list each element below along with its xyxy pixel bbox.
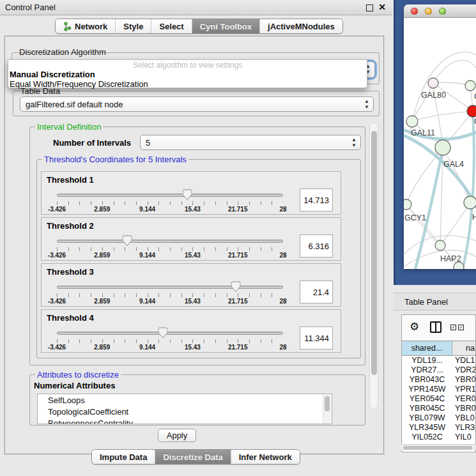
close-icon[interactable]: ✕ bbox=[378, 2, 386, 12]
cell-shared-name[interactable]: YDR27... bbox=[402, 365, 452, 375]
cell-name[interactable]: YBL0 bbox=[452, 413, 475, 423]
list-scrollbar[interactable] bbox=[323, 395, 331, 424]
slider-handle[interactable] bbox=[158, 327, 168, 339]
threshold-value-field[interactable]: 21.4 bbox=[300, 280, 333, 303]
list-item[interactable]: SelfLoops bbox=[38, 394, 332, 406]
cell-shared-name[interactable]: YPR145W bbox=[402, 385, 452, 394]
cell-shared-name[interactable]: YBL079W bbox=[402, 413, 452, 423]
cell-name[interactable]: YDR2 bbox=[452, 365, 475, 375]
tab-discretize-data[interactable]: Discretize Data bbox=[155, 450, 230, 464]
cell-name[interactable]: YPR1 bbox=[452, 385, 475, 394]
slider-track[interactable] bbox=[57, 194, 283, 197]
column-header-shared-name[interactable]: shared... bbox=[402, 341, 452, 355]
table-row[interactable]: YBR043CYBR0 bbox=[402, 375, 475, 385]
tab-infer-network[interactable]: Infer Network bbox=[231, 450, 300, 464]
split-columns-icon[interactable] bbox=[430, 321, 441, 333]
cell-name[interactable]: YBR0 bbox=[452, 375, 475, 385]
table-row[interactable]: YIL052CYIL0 bbox=[402, 433, 475, 442]
threshold-slider[interactable]: -3.426 2.859 9.144 15.43 21.715 28 bbox=[57, 190, 283, 214]
slider-handle[interactable] bbox=[183, 189, 192, 201]
cell-name[interactable]: YBR0 bbox=[452, 404, 475, 413]
table-row[interactable]: YDR27...YDR2 bbox=[402, 365, 475, 375]
cell-shared-name[interactable]: YLR345W bbox=[402, 423, 452, 433]
table-row[interactable]: YLR345WYLR3 bbox=[402, 423, 475, 433]
tab-select[interactable]: Select bbox=[151, 19, 191, 33]
dropdown-option-manual[interactable]: Manual Discretization bbox=[8, 69, 367, 79]
table-row[interactable]: YBR045CYBR0 bbox=[402, 404, 475, 413]
slider-track[interactable] bbox=[57, 332, 283, 335]
slider-track[interactable] bbox=[57, 286, 283, 289]
node-gal11 bbox=[406, 116, 418, 127]
tick-label: 2.859 bbox=[94, 206, 110, 213]
checkbox-checked-icon[interactable]: ✓ bbox=[458, 325, 464, 330]
table-row[interactable]: YPR145WYPR1 bbox=[402, 385, 475, 394]
tab-style[interactable]: Style bbox=[115, 19, 151, 33]
slider-tick-labels: -3.426 2.859 9.144 15.43 21.715 28 bbox=[57, 344, 283, 351]
list-item[interactable]: BetweennessCentrality bbox=[38, 417, 332, 424]
settings-scrollbar[interactable] bbox=[369, 123, 378, 409]
tab-impute-data[interactable]: Impute Data bbox=[92, 450, 155, 464]
tab-network[interactable]: Network bbox=[56, 19, 115, 33]
gear-icon[interactable]: ⚙ bbox=[410, 321, 419, 332]
cell-shared-name[interactable]: YIL052C bbox=[402, 433, 452, 442]
column-header-name[interactable]: na bbox=[452, 341, 475, 355]
tab-cyni-toolbox[interactable]: Cyni Toolbox bbox=[192, 19, 259, 33]
slider-tick-marks bbox=[57, 201, 283, 205]
numerical-attributes-list[interactable]: SelfLoopsTopologicalCoefficientBetweenne… bbox=[37, 394, 332, 424]
scrollbar-thumb[interactable] bbox=[325, 396, 330, 411]
table-horizontal-scrollbar[interactable] bbox=[401, 444, 476, 450]
apply-button[interactable]: Apply bbox=[158, 429, 196, 442]
combo-value: galFiltered.sif default node bbox=[26, 100, 123, 109]
threshold-panel: Threshold 3 -3.426 2.859 9.144 15.43 21.… bbox=[41, 263, 341, 307]
dropdown-hint: Select algorithm to view settings bbox=[8, 61, 367, 69]
cell-name[interactable]: YER0 bbox=[452, 394, 475, 404]
scrollbar-thumb[interactable] bbox=[371, 131, 377, 375]
tab-jactivemnodules[interactable]: jActiveMNodules bbox=[259, 19, 342, 33]
node-label: GCY1 bbox=[404, 213, 426, 222]
cell-name[interactable]: YLR3 bbox=[452, 423, 475, 433]
network-canvas[interactable]: GAL80 G C GAL11 GAL4 GCY1 H HAP2 bbox=[404, 18, 476, 269]
scrollbar-thumb[interactable] bbox=[403, 446, 472, 450]
zoom-traffic-light-icon[interactable] bbox=[439, 8, 446, 15]
slider-handle[interactable] bbox=[231, 281, 240, 293]
close-traffic-light-icon[interactable] bbox=[411, 8, 418, 15]
node-table-body: YDL19...YDL1YDR27...YDR2YBR043CYBR0YPR14… bbox=[402, 356, 475, 442]
cell-name[interactable]: YDL1 bbox=[452, 356, 475, 365]
tick-label: -3.426 bbox=[48, 206, 66, 213]
list-item[interactable]: TopologicalCoefficient bbox=[38, 406, 332, 417]
threshold-slider[interactable]: -3.426 2.859 9.144 15.43 21.715 28 bbox=[57, 282, 283, 306]
dropdown-option-equal-width[interactable]: Equal Width/Frequency Discretization bbox=[8, 79, 367, 88]
cell-shared-name[interactable]: YBR045C bbox=[402, 404, 452, 413]
threshold-value-field[interactable]: 14.713 bbox=[300, 188, 333, 211]
number-of-intervals-combo[interactable]: 5 ▲▼ bbox=[140, 135, 361, 150]
threshold-slider[interactable]: -3.426 2.859 9.144 15.43 21.715 28 bbox=[57, 236, 283, 260]
slider-handle[interactable] bbox=[122, 235, 132, 247]
control-panel-tabs: Network Style Select Cyni Toolbox jActiv… bbox=[55, 19, 343, 34]
tick-label: 15.43 bbox=[185, 298, 201, 305]
threshold-label: Threshold 3 bbox=[47, 267, 94, 277]
table-row[interactable]: YBL079WYBL0 bbox=[402, 413, 475, 423]
threshold-label: Threshold 1 bbox=[47, 175, 94, 185]
table-row[interactable]: YER054CYER0 bbox=[402, 394, 475, 404]
node-hap2 bbox=[435, 240, 445, 250]
table-data-combo[interactable]: galFiltered.sif default node ▲▼ bbox=[20, 96, 374, 112]
cell-shared-name[interactable]: YDL19... bbox=[402, 356, 452, 365]
checkbox-checked-icon[interactable]: ✓ bbox=[450, 325, 456, 330]
threshold-slider[interactable]: -3.426 2.859 9.144 15.43 21.715 28 bbox=[57, 328, 283, 352]
table-data-group: Table Data galFiltered.sif default node … bbox=[13, 91, 380, 116]
float-window-icon[interactable] bbox=[366, 4, 373, 12]
cell-shared-name[interactable]: YER054C bbox=[402, 394, 452, 404]
network-window-titlebar[interactable] bbox=[404, 4, 476, 18]
threshold-label: Threshold 4 bbox=[47, 313, 94, 323]
threshold-value-field[interactable]: 6.316 bbox=[300, 234, 333, 257]
cell-name[interactable]: YIL0 bbox=[452, 433, 475, 442]
slider-track[interactable] bbox=[57, 240, 283, 243]
network-icon bbox=[63, 22, 72, 31]
table-panel-title: Table Panel bbox=[404, 297, 448, 307]
minimize-traffic-light-icon[interactable] bbox=[425, 8, 432, 15]
tick-label: 15.43 bbox=[185, 206, 201, 213]
cell-shared-name[interactable]: YBR043C bbox=[402, 375, 452, 385]
tick-label: -3.426 bbox=[48, 252, 66, 259]
threshold-value-field[interactable]: 11.344 bbox=[300, 326, 333, 349]
table-row[interactable]: YDL19...YDL1 bbox=[402, 356, 475, 365]
